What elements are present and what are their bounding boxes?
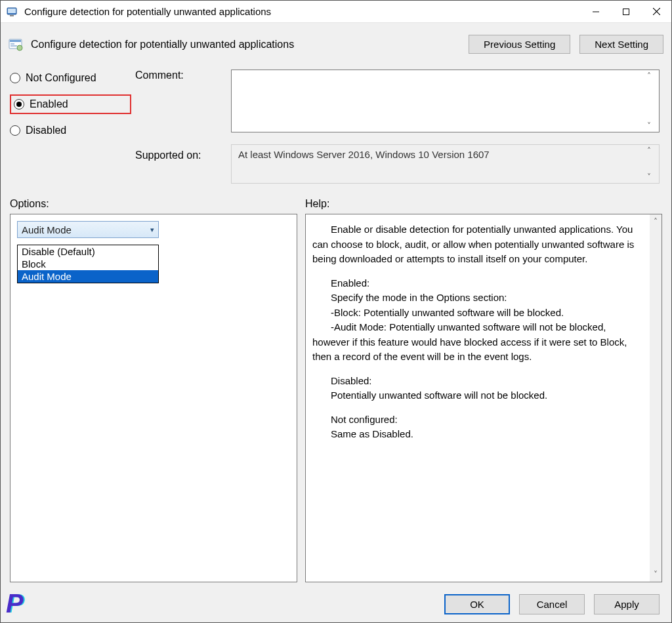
help-p4: -Audit Mode: Potentially unwanted softwa… bbox=[312, 321, 627, 362]
list-item[interactable]: Block bbox=[18, 258, 158, 270]
radio-label: Not Configured bbox=[26, 72, 96, 84]
minimize-button[interactable] bbox=[581, 1, 611, 23]
radio-enabled[interactable]: Enabled bbox=[10, 94, 131, 114]
help-enabled-heading: Enabled: bbox=[331, 277, 369, 289]
radio-not-configured[interactable]: Not Configured bbox=[10, 72, 131, 84]
help-p5: Potentially unwanted software will not b… bbox=[331, 390, 547, 401]
field-values: ˄ ˅ At least Windows Server 2016, Window… bbox=[231, 70, 665, 184]
state-radio-group: Not Configured Enabled Disabled bbox=[10, 70, 131, 184]
apply-button[interactable]: Apply bbox=[594, 594, 660, 614]
app-icon bbox=[6, 5, 19, 18]
radio-disabled[interactable]: Disabled bbox=[10, 125, 131, 136]
titlebar: Configure detection for potentially unwa… bbox=[1, 1, 671, 23]
radio-icon bbox=[10, 73, 20, 83]
scroll-down-icon[interactable]: ˅ bbox=[654, 570, 658, 579]
chevron-down-icon: ▾ bbox=[150, 226, 154, 234]
svg-rect-4 bbox=[623, 9, 629, 14]
options-panel: Audit Mode ▾ Disable (Default) Block Aud… bbox=[10, 214, 297, 582]
scroll-up-icon[interactable]: ˄ bbox=[647, 71, 659, 81]
supported-on-label: Supported on: bbox=[135, 150, 227, 168]
policy-icon bbox=[7, 36, 24, 53]
mode-listbox[interactable]: Disable (Default) Block Audit Mode bbox=[17, 245, 159, 283]
list-item[interactable]: Disable (Default) bbox=[18, 245, 158, 258]
scroll-down-icon[interactable]: ˅ bbox=[647, 121, 659, 131]
comment-textarea[interactable]: ˄ ˅ bbox=[231, 70, 660, 132]
comment-scroll[interactable]: ˄ ˅ bbox=[647, 70, 659, 132]
help-panel: Enable or disable detection for potentia… bbox=[305, 214, 662, 582]
policy-title: Configure detection for potentially unwa… bbox=[31, 39, 459, 50]
supported-on-field: At least Windows Server 2016, Windows 10… bbox=[231, 144, 660, 184]
cancel-button[interactable]: Cancel bbox=[519, 594, 585, 614]
ok-button[interactable]: OK bbox=[444, 594, 510, 614]
options-label: Options: bbox=[10, 198, 305, 210]
header-row: Configure detection for potentially unwa… bbox=[1, 23, 671, 58]
radio-icon bbox=[14, 99, 24, 110]
svg-point-11 bbox=[17, 45, 22, 50]
dropdown-value: Audit Mode bbox=[22, 224, 72, 235]
scroll-down-icon: ˅ bbox=[647, 172, 659, 182]
help-p2: Specify the mode in the Options section: bbox=[331, 292, 507, 303]
watermark-logo: P bbox=[6, 589, 24, 618]
window-title: Configure detection for potentially unwa… bbox=[24, 6, 581, 17]
scroll-up-icon[interactable]: ˄ bbox=[654, 217, 658, 226]
panels-row: Audit Mode ▾ Disable (Default) Block Aud… bbox=[1, 214, 671, 589]
config-upper-grid: Not Configured Enabled Disabled Comment:… bbox=[1, 58, 671, 184]
section-labels: Options: Help: bbox=[1, 184, 671, 214]
comment-label: Comment: bbox=[135, 70, 227, 88]
previous-setting-button[interactable]: Previous Setting bbox=[469, 35, 570, 54]
next-setting-button[interactable]: Next Setting bbox=[579, 35, 663, 54]
help-scrollbar[interactable]: ˄ ˅ bbox=[650, 214, 662, 582]
mode-dropdown[interactable]: Audit Mode ▾ bbox=[17, 221, 159, 238]
help-p6: Same as Disabled. bbox=[331, 428, 413, 439]
field-labels: Comment: Supported on: bbox=[135, 70, 227, 184]
svg-rect-10 bbox=[10, 45, 17, 47]
help-text: Enable or disable detection for potentia… bbox=[306, 214, 650, 582]
svg-rect-9 bbox=[10, 43, 14, 45]
policy-dialog-window: Configure detection for potentially unwa… bbox=[0, 0, 672, 623]
supported-on-text: At least Windows Server 2016, Windows 10… bbox=[238, 149, 490, 160]
dialog-buttons: OK Cancel Apply bbox=[1, 589, 671, 622]
maximize-button[interactable] bbox=[611, 1, 641, 23]
svg-rect-2 bbox=[10, 15, 14, 16]
radio-label: Enabled bbox=[30, 98, 68, 110]
help-disabled-heading: Disabled: bbox=[331, 375, 372, 386]
help-label: Help: bbox=[305, 198, 329, 210]
close-button[interactable] bbox=[641, 1, 671, 23]
radio-icon bbox=[10, 125, 20, 136]
help-p1: Enable or disable detection for potentia… bbox=[312, 224, 634, 264]
scroll-up-icon: ˄ bbox=[647, 146, 659, 155]
window-controls bbox=[581, 1, 671, 23]
svg-rect-1 bbox=[8, 9, 16, 13]
help-p3: -Block: Potentially unwanted software wi… bbox=[331, 307, 564, 318]
radio-label: Disabled bbox=[26, 125, 66, 136]
supported-scroll: ˄ ˅ bbox=[647, 145, 659, 183]
list-item[interactable]: Audit Mode bbox=[18, 270, 158, 283]
help-nc-heading: Not configured: bbox=[331, 414, 398, 425]
svg-rect-8 bbox=[10, 40, 21, 42]
